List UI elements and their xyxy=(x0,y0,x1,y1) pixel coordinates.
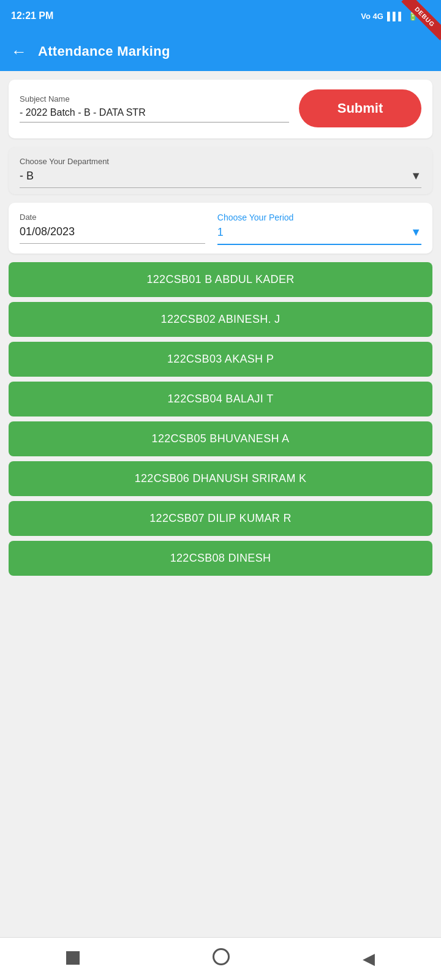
nav-square-button[interactable] xyxy=(66,949,80,969)
period-label: Choose Your Period xyxy=(217,213,421,222)
square-icon xyxy=(66,951,80,965)
network-label: Vo 4G xyxy=(361,12,383,21)
date-period-card: Date 01/08/2023 Choose Your Period 1 ▼ xyxy=(9,203,432,254)
department-value: - B xyxy=(20,170,34,183)
status-bar: 12:21 PM Vo 4G ▌▌▌ 🔋 85 xyxy=(0,0,441,32)
date-value: 01/08/2023 xyxy=(20,225,205,244)
nav-home-button[interactable] xyxy=(213,948,230,970)
app-bar: ← Attendance Marking xyxy=(0,32,441,71)
period-select[interactable]: 1 ▼ xyxy=(217,226,421,245)
back-button[interactable]: ← xyxy=(11,43,27,59)
subject-info: Subject Name - 2022 Batch - B - DATA STR xyxy=(20,94,289,123)
period-section: Choose Your Period 1 ▼ xyxy=(217,213,421,245)
main-content: Subject Name - 2022 Batch - B - DATA STR… xyxy=(0,80,441,637)
submit-button[interactable]: Submit xyxy=(299,89,421,127)
subject-card: Subject Name - 2022 Batch - B - DATA STR… xyxy=(9,80,432,138)
debug-ribbon: DEBUG xyxy=(392,0,441,49)
student-item[interactable]: 122CSB06 DHANUSH SRIRAM K xyxy=(9,461,432,496)
department-dropdown-icon: ▼ xyxy=(410,170,421,183)
student-item[interactable]: 122CSB05 BHUVANESH A xyxy=(9,421,432,456)
department-label: Choose Your Department xyxy=(20,157,421,166)
app-bar-title: Attendance Marking xyxy=(38,43,170,59)
student-item[interactable]: 122CSB07 DILIP KUMAR R xyxy=(9,501,432,536)
subject-label: Subject Name xyxy=(20,94,289,104)
circle-icon xyxy=(213,948,230,965)
nav-back-button[interactable]: ◀ xyxy=(363,949,375,968)
department-card: Choose Your Department - B ▼ xyxy=(9,147,432,194)
student-item[interactable]: 122CSB02 ABINESH. J xyxy=(9,302,432,337)
student-item[interactable]: 122CSB03 AKASH P xyxy=(9,342,432,377)
nav-bar: ◀ xyxy=(0,937,441,980)
student-item[interactable]: 122CSB01 B ABDUL KADER xyxy=(9,262,432,297)
date-label: Date xyxy=(20,213,205,222)
period-value: 1 xyxy=(217,226,224,239)
department-select[interactable]: - B ▼ xyxy=(20,170,421,188)
period-dropdown-icon: ▼ xyxy=(410,226,421,239)
student-list: 122CSB01 B ABDUL KADER122CSB02 ABINESH. … xyxy=(9,262,432,576)
date-section: Date 01/08/2023 xyxy=(20,213,205,244)
subject-value: - 2022 Batch - B - DATA STR xyxy=(20,107,289,123)
student-item[interactable]: 122CSB04 BALAJI T xyxy=(9,382,432,417)
student-item[interactable]: 122CSB08 DINESH xyxy=(9,541,432,576)
status-time: 12:21 PM xyxy=(11,10,53,21)
debug-label: DEBUG xyxy=(401,0,441,40)
